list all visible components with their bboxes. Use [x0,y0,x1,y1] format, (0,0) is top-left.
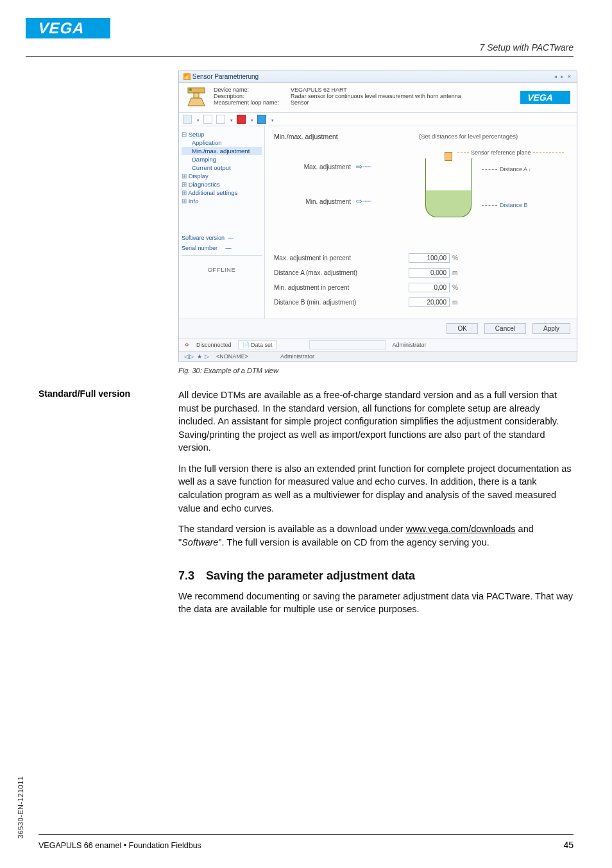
tree-diagnostics[interactable]: Diagnostics [182,180,262,188]
tree-minmax-adjustment[interactable]: Min./max. adjustment [182,147,262,155]
toolbar-button[interactable] [183,115,192,124]
tree-display[interactable]: Display [182,172,262,180]
status-noname: <NONAME> [216,353,248,360]
dtm-title-icon: 📶 [183,73,192,80]
dtm-toolbar [179,113,577,126]
arrow-icon: ⇨┈┈ [356,162,371,171]
toolbar-dropdown-icon[interactable] [250,116,253,123]
heading-number: 7.3 [178,569,194,582]
min-adj-percent-input[interactable]: 0,00 [409,283,450,292]
loop-name-value: Sensor [291,99,309,106]
paragraph-saving-data: We recommend documenting or saving the p… [178,590,574,616]
svg-point-5 [189,88,192,91]
description-label: Description: [214,93,291,99]
nav-tree: Setup Application Min./max. adjustment D… [179,126,265,319]
software-version-label: Software version [182,235,225,241]
status-disconnected-icon: ⭘ [184,342,190,348]
vega-mini-logo: VEGA [520,91,570,104]
figure-caption: Fig. 30: Example of a DTM view [178,367,574,374]
max-adj-percent-label: Max. adjustment in percent [274,255,409,262]
heading-7-3: 7.3Saving the parameter adjustment data [178,568,574,585]
dtm-window: 📶 Sensor Parametrierung ◂ ▸ ✕ Device nam… [178,71,577,362]
footer-product-name: VEGAPULS 66 enamel • Foundation Fieldbus [38,841,201,850]
header-section-title: 7 Setup with PACTware [479,42,574,53]
toolbar-button[interactable] [237,115,246,124]
loop-name-label: Measurement loop name: [214,99,291,106]
min-adj-percent-label: Min. adjustment in percent [274,284,409,291]
unit-m: m [450,269,463,276]
apply-button[interactable]: Apply [532,323,570,334]
dtm-device-fields: Device name:VEGAPULS 62 HART Description… [214,87,461,106]
footer-rule [38,834,574,835]
svg-marker-4 [188,98,205,106]
software-version-value: — [228,235,234,241]
dtm-button-bar: OK Cancel Apply [179,319,577,338]
tree-current-output[interactable]: Current output [182,163,262,172]
reference-plane-label: Sensor reference plane [457,149,564,156]
svg-rect-3 [194,93,199,98]
tree-damping[interactable]: Damping [182,155,262,163]
heading-text: Saving the parameter adjustment data [206,569,415,582]
device-name-label: Device name: [214,87,291,93]
dtm-titlebar: 📶 Sensor Parametrierung ◂ ▸ ✕ [179,71,577,83]
dtm-title-text: Sensor Parametrierung [192,73,259,80]
status-admin: Administrator [393,342,427,348]
vega-logo: VEGA [26,18,110,38]
distance-a-label: Distance A [482,166,546,172]
toolbar-help-button[interactable] [257,115,266,124]
min-adjustment-label: Min. adjustment [274,198,351,205]
paragraph-download: The standard version is available as a d… [178,522,574,549]
toolbar-button[interactable] [216,115,225,124]
device-icon [185,87,207,108]
svg-text:VEGA: VEGA [37,19,87,37]
toolbar-button[interactable] [203,115,212,124]
status-admin-2: Administrator [280,353,314,360]
panel-hint: (Set distances for level percentages) [419,133,518,140]
dtm-header: Device name:VEGAPULS 62 HART Description… [179,83,577,113]
status-dataset: 📄 Data set [238,340,277,349]
tree-info[interactable]: Info [182,197,262,205]
dtm-main-panel: Min./max. adjustment (Set distances for … [265,126,577,319]
distance-b-param-label: Distance B (min. adjustment) [274,299,409,306]
dtm-window-controls[interactable]: ◂ ▸ ✕ [554,74,573,79]
offline-indicator: OFFLINE [182,266,262,273]
footer-page-number: 45 [563,840,574,850]
unit-percent: % [450,284,463,291]
document-id-vertical: 36530-EN-121011 [17,776,24,839]
header-rule [26,56,574,57]
distance-labels: Distance A Distance B [482,163,546,208]
dtm-status-bar: ⭘ Disconnected 📄 Data set Administrator [179,338,577,351]
tree-setup[interactable]: Setup [182,130,262,138]
unit-percent: % [450,255,463,262]
distance-a-input[interactable]: 0,000 [409,268,450,278]
distance-b-input[interactable]: 20,000 [409,297,450,307]
svg-text:VEGA: VEGA [527,92,555,103]
ok-button[interactable]: OK [446,323,477,334]
paragraph-full-version: In the full version there is also an ext… [178,462,574,515]
distance-b-label: Distance B [482,202,546,208]
status-disconnected: Disconnected [196,342,232,348]
side-label-standard-full: Standard/Full version [38,388,178,556]
toolbar-dropdown-icon[interactable] [229,116,233,123]
vessel-diagram [425,158,472,217]
serial-number-value: — [226,245,232,251]
tree-additional-settings[interactable]: Additional settings [182,188,262,197]
toolbar-dropdown-icon[interactable] [196,116,200,123]
arrow-icon: ⇨┈┈ [356,197,371,206]
software-italic: Software [182,537,218,547]
distance-a-param-label: Distance A (max. adjustment) [274,269,409,276]
description-value: Radar sensor for continuous level measur… [291,93,461,99]
download-link[interactable]: www.vega.com/downloads [406,524,516,534]
max-adjustment-label: Max. adjustment [274,163,351,171]
max-adj-percent-input[interactable]: 100,00 [409,253,450,263]
device-name-value: VEGAPULS 62 HART [291,87,347,93]
toolbar-dropdown-icon[interactable] [270,116,274,123]
unit-m: m [450,299,463,306]
status-nav-icons[interactable]: ◁▷ ★ ▷ [184,353,210,360]
dtm-status-bar-2: ◁▷ ★ ▷ <NONAME> Administrator [179,351,577,361]
cancel-button[interactable]: Cancel [484,323,526,334]
status-spacer [309,340,386,349]
serial-number-label: Serial number [182,245,217,251]
tree-application[interactable]: Application [182,138,262,147]
paragraph-standard-version: All device DTMs are available as a free-… [178,388,574,455]
